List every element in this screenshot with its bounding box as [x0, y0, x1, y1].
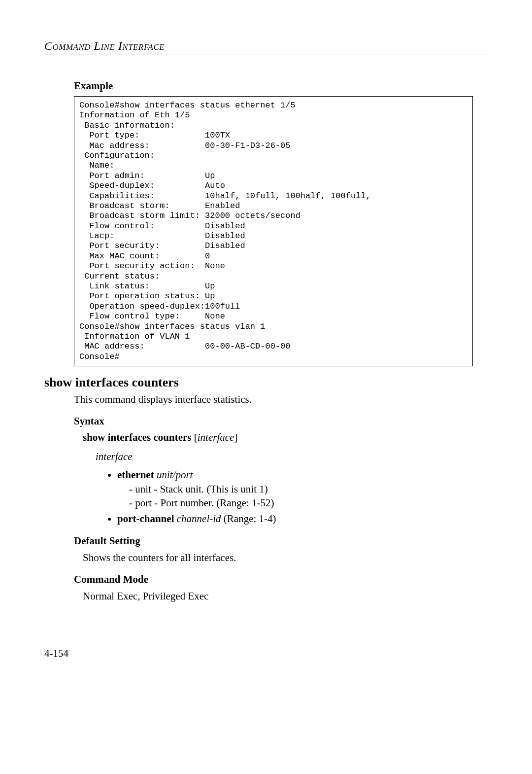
syntax-bracket-open: [: [191, 431, 197, 443]
default-setting-heading: Default Setting: [74, 535, 473, 547]
portchannel-range: (Range: 1-4): [221, 513, 276, 525]
portchannel-keyword: port-channel: [117, 513, 174, 525]
syntax-heading: Syntax: [74, 415, 473, 427]
ethernet-unit-line: - unit - Stack unit. (This is unit 1): [129, 482, 488, 496]
ethernet-params: unit/port: [154, 469, 193, 481]
command-mode-heading: Command Mode: [74, 573, 473, 586]
command-mode-text: Normal Exec, Privileged Exec: [83, 590, 488, 603]
syntax-bullet-portchannel: port-channel channel-id (Range: 1-4): [117, 512, 488, 526]
default-setting-text: Shows the counters for all interfaces.: [83, 551, 488, 564]
page-number: 4-154: [44, 647, 488, 660]
ethernet-port-line: - port - Port number. (Range: 1-52): [129, 496, 488, 510]
header-rule: [44, 55, 488, 55]
command-title: show interfaces counters: [44, 375, 488, 390]
ethernet-keyword: ethernet: [117, 469, 154, 481]
command-description: This command displays interface statisti…: [74, 393, 488, 406]
syntax-bullet-ethernet: ethernet unit/port - unit - Stack unit. …: [117, 468, 488, 510]
syntax-bracket-close: ]: [234, 431, 237, 443]
portchannel-param: channel-id: [174, 513, 221, 525]
interface-word: interface: [96, 451, 488, 463]
syntax-usage-line: show interfaces counters [interface]: [83, 431, 488, 444]
syntax-command-bold: show interfaces counters: [83, 431, 191, 443]
example-heading: Example: [74, 80, 473, 92]
page-header-title: Command Line Interface: [44, 39, 488, 53]
syntax-param: interface: [198, 431, 234, 443]
syntax-bullet-list: ethernet unit/port - unit - Stack unit. …: [44, 468, 488, 526]
example-code-block: Console#show interfaces status ethernet …: [74, 96, 473, 366]
